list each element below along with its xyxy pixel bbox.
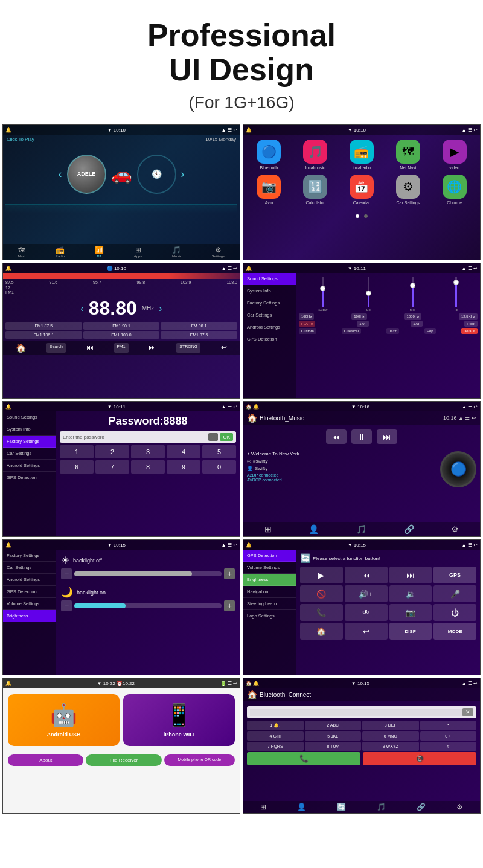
numpad-8[interactable]: 8 [131, 460, 165, 474]
bt-forward-btn[interactable]: ⏭ [377, 429, 397, 444]
preset-6[interactable]: FM1 87.5 [161, 331, 237, 339]
sidebar-brightness-volume[interactable]: Volume Settings [3, 598, 56, 610]
gps-prev-btn[interactable]: ⏮ [345, 567, 388, 583]
bt-num-9[interactable]: 9 WXYZ [362, 742, 419, 751]
nav-bt[interactable]: 📶BT [95, 246, 104, 258]
sidebar-steering[interactable]: Steering Learn [243, 598, 296, 610]
bt-gear-icon[interactable]: ⚙ [451, 524, 459, 534]
brightness-off-minus[interactable]: − [61, 568, 72, 579]
app-localmusic[interactable]: 🎵 localmusic [299, 140, 332, 170]
sidebar-gps2[interactable]: GPS Detection [3, 472, 56, 483]
radio-back-btn[interactable]: ↩ [221, 343, 227, 353]
gps-mute-btn[interactable]: 🚫 [300, 585, 343, 602]
sidebar-brightness2[interactable]: Brightness [243, 574, 296, 586]
numpad-3[interactable]: 3 [131, 445, 165, 458]
gps-back-btn[interactable]: ↩ [345, 623, 388, 640]
brightness-on-plus[interactable]: + [224, 600, 235, 611]
freq-arrow-left[interactable]: ‹ [80, 303, 83, 314]
prev-arrow[interactable]: ‹ [59, 168, 62, 181]
bt-conn-refresh-icon[interactable]: 🔄 [337, 803, 346, 811]
gps-power-btn[interactable]: ⏻ [433, 604, 476, 621]
app-avin[interactable]: 📷 Avin [252, 175, 286, 205]
preset-1[interactable]: FM1 87.5 [5, 322, 82, 330]
sidebar-sound[interactable]: Sound Settings [243, 273, 296, 285]
usb-file-receiver-btn[interactable]: File Receiver [86, 754, 161, 766]
sidebar-sound2[interactable]: Sound Settings [3, 411, 56, 423]
brightness-off-plus[interactable]: + [224, 568, 235, 579]
usb-iphone-option[interactable]: 📱 iPhone WIFI [123, 694, 235, 746]
bt-num-3[interactable]: 3 DEF [362, 721, 419, 730]
sidebar-gps-detection[interactable]: GPS Detection [243, 550, 296, 562]
bt-conn-gear-icon[interactable]: ⚙ [456, 803, 463, 811]
usb-android-option[interactable]: 🤖 Android USB [8, 694, 120, 746]
bt-contacts-icon[interactable]: 👤 [309, 524, 319, 534]
gps-mode-btn[interactable]: MODE [433, 623, 476, 640]
preset-4[interactable]: FM1 106.1 [5, 331, 82, 339]
numpad-1[interactable]: 1 [60, 445, 94, 458]
preset-2[interactable]: FM1 90.1 [83, 322, 160, 330]
bt-conn-contacts-icon[interactable]: 👤 [297, 803, 306, 811]
numpad-7[interactable]: 7 [95, 460, 129, 474]
bt-end-btn[interactable]: 📵 [363, 752, 476, 765]
app-chrome[interactable]: 🌐 Chrome [438, 175, 471, 205]
numpad-5[interactable]: 5 [202, 445, 236, 458]
gps-phone-btn[interactable]: 📞 [300, 604, 343, 621]
nav-settings[interactable]: ⚙Settings [211, 246, 225, 258]
usb-about-btn[interactable]: About [8, 754, 83, 766]
bt-num-1[interactable]: 1 🔔. [247, 721, 304, 730]
numpad-6[interactable]: 6 [60, 460, 94, 474]
app-video[interactable]: ▶ video [438, 140, 471, 170]
sidebar-brightness-factory[interactable]: Factory Settings [3, 550, 56, 562]
nav-radio[interactable]: 📻Radio [56, 246, 65, 258]
gps-play-btn[interactable]: ▶ [300, 567, 343, 583]
gps-eye-btn[interactable]: 👁 [345, 604, 388, 621]
gps-vol-down-btn[interactable]: 🔉 [389, 585, 432, 602]
radio-strong-btn[interactable]: STRONG [176, 343, 200, 353]
bt-num-hash[interactable]: # [420, 742, 477, 751]
sidebar-brightness-brightness[interactable]: Brightness [3, 610, 56, 622]
gps-home-btn[interactable]: 🏠 [300, 623, 343, 640]
bt-num-star[interactable]: * [420, 721, 477, 730]
sidebar-car2[interactable]: Car Settings [3, 448, 56, 460]
sidebar-android[interactable]: Android Settings [243, 321, 296, 333]
app-netnavi[interactable]: 🗺 Net Navi [391, 140, 424, 170]
bt-connect-del-btn[interactable]: ✕ [462, 708, 473, 716]
usb-qr-code-btn[interactable]: Mobile phone QR code [164, 754, 235, 766]
gps-disp-btn[interactable]: DISP [389, 623, 432, 640]
freq-arrow-right[interactable]: › [159, 303, 162, 314]
bt-num-7[interactable]: 7 PQRS [247, 742, 304, 751]
sidebar-car[interactable]: Car Settings [243, 309, 296, 321]
backspace-btn[interactable]: ← [208, 433, 218, 441]
sidebar-system2[interactable]: System Info [3, 423, 56, 436]
numpad-4[interactable]: 4 [167, 445, 200, 458]
bt-num-2[interactable]: 2 ABC [305, 721, 362, 730]
nav-apps[interactable]: ⊞Apps [134, 246, 142, 258]
next-arrow[interactable]: › [181, 168, 185, 181]
radio-next-btn[interactable]: ⏭ [149, 343, 156, 353]
bt-num-5[interactable]: 5 JKL [305, 731, 362, 741]
sidebar-system[interactable]: System Info [243, 285, 296, 297]
gps-camera-btn[interactable]: 📷 [389, 604, 432, 621]
bt-call-btn[interactable]: 📞 [247, 752, 360, 765]
bt-pause-btn[interactable]: ⏸ [351, 429, 372, 444]
bt-conn-music-icon[interactable]: 🎵 [377, 803, 386, 811]
sidebar-factory[interactable]: Factory Settings [243, 297, 296, 309]
bt-num-4[interactable]: 4 GHI [247, 731, 304, 741]
ok-btn[interactable]: OK [220, 433, 233, 441]
gps-mic-btn[interactable]: 🎤 [433, 585, 476, 602]
sidebar-volume[interactable]: Volume Settings [243, 562, 296, 574]
sidebar-factory2[interactable]: Factory Settings [3, 436, 56, 448]
brightness-on-minus[interactable]: − [61, 600, 72, 611]
bt-rewind-btn[interactable]: ⏮ [326, 429, 347, 444]
gps-gps-btn[interactable]: GPS [433, 567, 476, 583]
bt-conn-link-icon[interactable]: 🔗 [417, 803, 426, 811]
bt-num-8[interactable]: 8 TUV [305, 742, 362, 751]
gps-vol-up-btn[interactable]: 🔊+ [345, 585, 388, 602]
sidebar-logo[interactable]: Logo Settings [243, 610, 296, 622]
app-localradio[interactable]: 📻 localradio [345, 140, 378, 170]
bt-num-0plus[interactable]: 0 + [420, 731, 477, 741]
bt-link-icon[interactable]: 🔗 [404, 524, 414, 534]
radio-search-btn[interactable]: Search [46, 343, 66, 353]
bt-num-6[interactable]: 6 MNO [362, 731, 419, 741]
numpad-9[interactable]: 9 [167, 460, 200, 474]
